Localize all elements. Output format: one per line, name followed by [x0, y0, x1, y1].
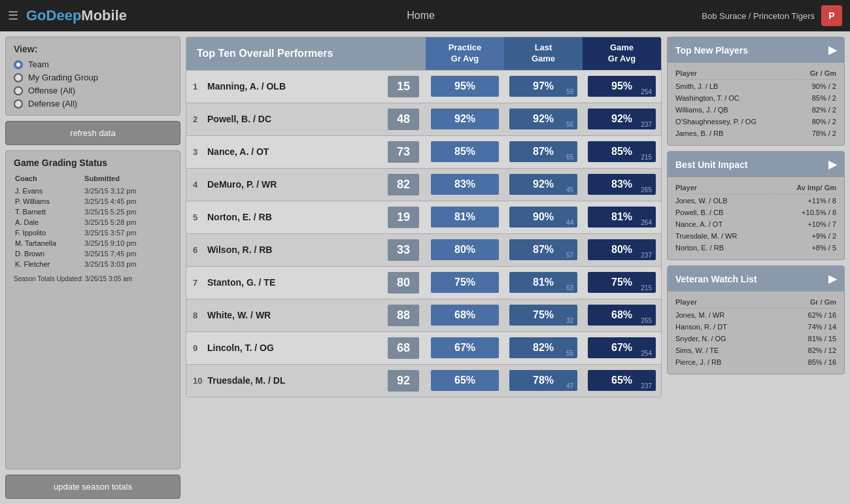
grading-row: D. Brown3/25/15 7:45 pm [15, 249, 171, 258]
perf-last-game: 87% 57 [504, 235, 583, 264]
last-game-sub: 57 [566, 252, 573, 259]
practice-pct: 65% [454, 375, 475, 386]
game-avg-pct: 83% [611, 178, 632, 190]
update-season-totals-button[interactable]: update season totals [5, 475, 180, 499]
season-updated-label: Season Totals Updated: [14, 275, 83, 282]
bui-col-stat: Av Imp/ Gm [774, 184, 836, 194]
right-player-name: Jones, W. / OLB [675, 195, 772, 206]
game-avg-bar: 67% 254 [588, 337, 656, 358]
right-player-stat: 62% / 16 [779, 310, 836, 320]
menu-icon[interactable]: ☰ [8, 8, 18, 23]
right-player-stat: 85% / 2 [797, 93, 836, 103]
performers-table: Top Ten Overall Performers PracticeGr Av… [186, 37, 662, 397]
radio-group: Team My Grading Group Offense (All) Defe… [14, 59, 172, 109]
perf-number: 80 [388, 272, 419, 294]
perf-name-cell: 8 White, W. / WR 88 [186, 299, 426, 331]
game-avg-bar: 75% 215 [588, 272, 656, 293]
perf-last-game: 92% 56 [504, 105, 583, 133]
last-game-bar: 82% 55 [509, 337, 577, 358]
grading-title: Game Grading Status [14, 158, 172, 168]
table-row: 6 Wilson, R. / RB 33 80% 87% 57 80% 237 [186, 233, 661, 266]
veteran-watch-list-arrow-icon[interactable]: ▶ [828, 273, 836, 285]
game-avg-bar: 80% 237 [588, 239, 656, 260]
last-game-bar: 81% 63 [509, 272, 577, 293]
perf-name-cell: 2 Powell, B. / DC 48 [186, 103, 426, 135]
logo-mobile: Mobile [81, 7, 127, 24]
perf-number: 19 [388, 207, 419, 228]
main-layout: View: Team My Grading Group Offense (All… [0, 31, 850, 504]
grading-row: K. Fletcher3/25/15 3:03 pm [15, 260, 171, 269]
perf-name-cell: 7 Stanton, G. / TE 80 [186, 267, 426, 299]
practice-bar: 81% [431, 207, 499, 227]
last-game-sub: 44 [566, 219, 573, 226]
radio-team[interactable]: Team [14, 59, 172, 69]
game-avg-bar: 65% 237 [588, 370, 656, 391]
last-game-bar: 92% 45 [509, 174, 577, 195]
perf-name: Lincoln, T. / OG [207, 343, 382, 353]
practice-pct: 85% [454, 146, 475, 158]
right-player-stat: 80% / 2 [797, 116, 836, 127]
coach-submitted: 3/25/15 3:03 pm [84, 260, 171, 269]
grading-row: J. Evans3/25/15 3:12 pm [15, 186, 171, 195]
grading-col-coach: Coach [15, 175, 83, 185]
col-last-game-header: LastGame [504, 37, 583, 70]
radio-circle-my-grading-group [14, 73, 23, 82]
grading-col-submitted: Submitted [84, 175, 171, 185]
practice-pct: 68% [454, 309, 475, 321]
game-avg-pct: 95% [611, 80, 632, 92]
perf-rank: 4 [193, 180, 202, 190]
logo: GoDeepMobile [26, 7, 127, 24]
last-game-sub: 32 [566, 317, 573, 324]
grading-row: M. Tartanella3/25/15 9:10 pm [15, 239, 171, 248]
vwl-col-player: Player [675, 298, 778, 309]
right-player-name: Smith, J. / LB [675, 81, 796, 92]
perf-name: Stanton, G. / TE [207, 277, 382, 288]
perf-number: 73 [388, 141, 419, 163]
refresh-data-button[interactable]: refresh data [5, 121, 180, 145]
perf-rank: 5 [193, 212, 202, 222]
perf-number: 33 [388, 239, 419, 261]
list-item: Pierce, J. / RB85% / 16 [675, 357, 836, 367]
veteran-watch-list-title: Veteran Watch List [675, 274, 757, 284]
table-row: 1 Manning, A. / OLB 15 95% 97% 59 95% 25… [186, 70, 661, 103]
perf-number: 88 [388, 305, 419, 326]
radio-defense-all[interactable]: Defense (All) [14, 99, 172, 109]
last-game-bar: 97% 59 [509, 76, 577, 97]
list-item: Smith, J. / LB90% / 2 [675, 81, 836, 92]
best-unit-impact-table: Player Av Imp/ Gm Jones, W. / OLB+11% / … [674, 182, 838, 254]
right-player-stat: +8% / 5 [774, 243, 836, 253]
list-item: Nance, A. / OT+10% / 7 [675, 219, 836, 229]
perf-practice: 75% [426, 268, 504, 297]
game-avg-bar: 81% 264 [588, 207, 656, 227]
best-unit-impact-arrow-icon[interactable]: ▶ [828, 158, 836, 171]
radio-my-grading-group[interactable]: My Grading Group [14, 73, 172, 82]
perf-number: 48 [388, 109, 419, 130]
perf-number: 82 [388, 174, 419, 195]
col-game-avg-header: GameGr Avg [583, 37, 661, 70]
season-updated-date: 3/26/15 3:05 am [85, 275, 132, 282]
perf-practice: 80% [426, 235, 504, 264]
right-player-name: Jones, M. / WR [675, 310, 778, 320]
perf-practice: 85% [426, 137, 504, 166]
radio-offense-all[interactable]: Offense (All) [14, 86, 172, 95]
perf-rank: 10 [193, 376, 202, 386]
list-item: Snyder, N. / OG81% / 15 [675, 333, 836, 344]
best-unit-impact-card: Best Unit Impact ▶ Player Av Imp/ Gm Jon… [667, 151, 845, 260]
coach-name: A. Dale [15, 218, 83, 227]
coach-name: J. Evans [15, 186, 83, 195]
table-row: 9 Lincoln, T. / OG 68 67% 82% 55 67% 254 [186, 331, 661, 364]
list-item: Jones, M. / WR62% / 16 [675, 310, 836, 320]
practice-bar: 67% [431, 337, 499, 358]
radio-label-team: Team [28, 59, 49, 69]
right-panel: Top New Players ▶ Player Gr / Gm Smith, … [667, 37, 845, 499]
perf-game-avg: 80% 237 [583, 235, 661, 264]
practice-bar: 68% [431, 305, 499, 326]
radio-circle-defense-all [14, 99, 23, 109]
last-game-sub: 47 [566, 382, 573, 390]
tnp-col-player: Player [675, 69, 796, 80]
top-new-players-arrow-icon[interactable]: ▶ [828, 44, 836, 56]
perf-game-avg: 83% 265 [583, 170, 661, 199]
perf-last-game: 82% 55 [504, 333, 583, 362]
perf-last-game: 75% 32 [504, 301, 583, 329]
coach-name: P. Williams [15, 197, 83, 206]
